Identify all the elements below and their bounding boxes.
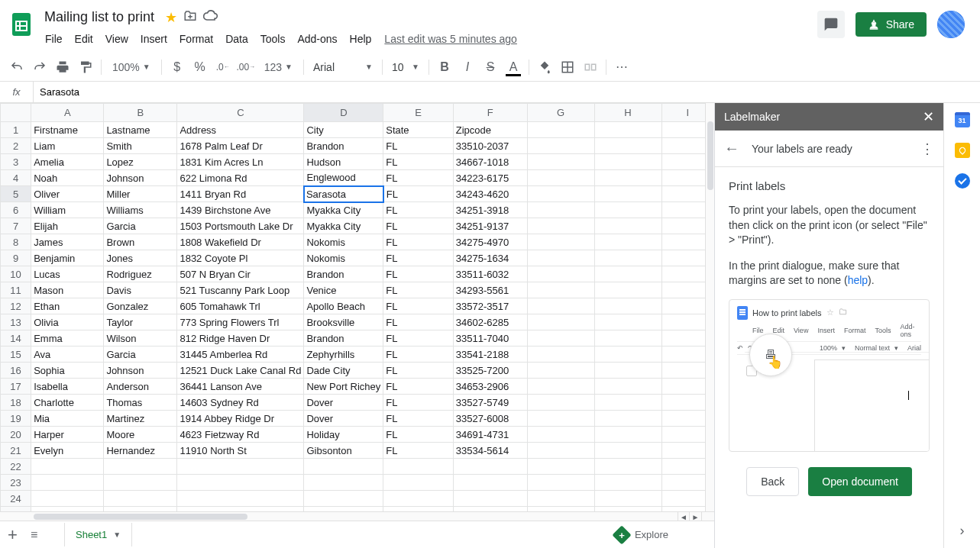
share-button[interactable]: Share (855, 12, 927, 37)
cell[interactable]: Firstname (31, 122, 104, 138)
cell[interactable] (527, 218, 594, 234)
more-toolbar-button[interactable]: ⋯ (611, 56, 632, 78)
cell[interactable]: 33541-2188 (453, 347, 527, 363)
cell[interactable]: Moore (104, 427, 177, 443)
cell[interactable] (527, 459, 594, 475)
cell[interactable]: Ava (31, 347, 104, 363)
cell[interactable]: FL (383, 363, 454, 379)
horizontal-scrollbar[interactable]: ◄ ► (0, 511, 714, 521)
cell[interactable]: FL (383, 395, 454, 411)
cell[interactable]: FL (383, 186, 454, 202)
cell[interactable] (453, 491, 527, 507)
cell[interactable] (383, 491, 454, 507)
cell[interactable]: Gibsonton (304, 443, 383, 459)
redo-button[interactable] (29, 56, 50, 78)
font-select[interactable]: Arial▼ (309, 61, 377, 73)
cell[interactable]: 1914 Abbey Ridge Dr (177, 411, 304, 427)
cell[interactable] (527, 250, 594, 266)
cell[interactable] (527, 282, 594, 298)
cell[interactable]: 11910 North St (177, 443, 304, 459)
cell[interactable]: Englewood (304, 170, 383, 186)
row-header-8[interactable]: 8 (1, 234, 31, 250)
cell[interactable] (594, 122, 661, 138)
row-header-14[interactable]: 14 (1, 330, 31, 347)
row-header-6[interactable]: 6 (1, 202, 31, 218)
cell[interactable] (527, 379, 594, 395)
cell[interactable]: FL (383, 250, 454, 266)
cell[interactable] (104, 475, 177, 491)
cell[interactable] (594, 330, 661, 347)
cell[interactable]: State (383, 122, 454, 138)
menu-edit[interactable]: Edit (70, 30, 99, 48)
cell[interactable] (527, 475, 594, 491)
cell[interactable]: FL (383, 298, 454, 314)
cell[interactable] (383, 475, 454, 491)
col-header-F[interactable]: F (453, 104, 527, 122)
cell[interactable]: Zipcode (453, 122, 527, 138)
cell[interactable]: FL (383, 443, 454, 459)
cell[interactable]: City (304, 122, 383, 138)
cell[interactable]: 31445 Amberlea Rd (177, 347, 304, 363)
cell[interactable]: Brandon (304, 330, 383, 347)
cell[interactable]: Dover (304, 395, 383, 411)
col-header-C[interactable]: C (177, 104, 304, 122)
cell[interactable]: Anderson (104, 379, 177, 395)
cell[interactable]: FL (383, 427, 454, 443)
select-all-cell[interactable] (1, 104, 31, 122)
cell[interactable]: 622 Limona Rd (177, 170, 304, 186)
cell[interactable]: Williams (104, 202, 177, 218)
back-button[interactable]: Back (746, 467, 799, 496)
cell[interactable] (453, 459, 527, 475)
row-header-12[interactable]: 12 (1, 298, 31, 314)
cell[interactable] (383, 459, 454, 475)
cell[interactable]: Noah (31, 170, 104, 186)
menu-format[interactable]: Format (174, 30, 218, 48)
cell[interactable] (304, 475, 383, 491)
cell[interactable] (594, 379, 661, 395)
cell[interactable] (527, 138, 594, 154)
cell[interactable]: 34243-4620 (453, 186, 527, 202)
star-icon[interactable]: ★ (165, 9, 177, 26)
last-edit-link[interactable]: Last edit was 5 minutes ago (384, 33, 517, 45)
print-button[interactable] (52, 56, 73, 78)
cell[interactable]: Address (177, 122, 304, 138)
menu-insert[interactable]: Insert (135, 30, 173, 48)
cell[interactable]: Myakka City (304, 218, 383, 234)
cell[interactable]: Gonzalez (104, 298, 177, 314)
row-header-15[interactable]: 15 (1, 347, 31, 363)
cell[interactable] (527, 395, 594, 411)
cell[interactable]: William (31, 202, 104, 218)
menu-help[interactable]: Help (344, 30, 377, 48)
cell[interactable]: 1831 Kim Acres Ln (177, 154, 304, 170)
cell[interactable]: Evelyn (31, 443, 104, 459)
cell[interactable] (527, 411, 594, 427)
close-icon[interactable]: ✕ (923, 108, 934, 125)
cell[interactable] (594, 266, 661, 282)
calendar-icon[interactable] (955, 112, 970, 127)
cell[interactable] (104, 459, 177, 475)
cell[interactable]: FL (383, 347, 454, 363)
comments-button[interactable] (817, 11, 845, 38)
text-color-button[interactable]: A (503, 56, 524, 78)
cell[interactable] (594, 459, 661, 475)
cell[interactable]: Hernandez (104, 443, 177, 459)
cell[interactable]: FL (383, 282, 454, 298)
cell[interactable]: 33511-7040 (453, 330, 527, 347)
cell[interactable]: 33527-5749 (453, 395, 527, 411)
cell[interactable]: Nokomis (304, 234, 383, 250)
cell[interactable]: 33510-2037 (453, 138, 527, 154)
cell[interactable]: Myakka City (304, 202, 383, 218)
cell[interactable] (527, 122, 594, 138)
cell[interactable]: Holiday (304, 427, 383, 443)
cell[interactable]: 507 N Bryan Cir (177, 266, 304, 282)
cell[interactable]: 773 Spring Flowers Trl (177, 314, 304, 330)
row-header-10[interactable]: 10 (1, 266, 31, 282)
cell[interactable]: FL (383, 218, 454, 234)
italic-button[interactable]: I (457, 56, 478, 78)
cell[interactable] (594, 282, 661, 298)
row-header-11[interactable]: 11 (1, 282, 31, 298)
help-link[interactable]: help (848, 274, 868, 286)
percent-button[interactable]: % (189, 56, 211, 78)
cell[interactable] (527, 186, 594, 202)
cell[interactable] (594, 170, 661, 186)
